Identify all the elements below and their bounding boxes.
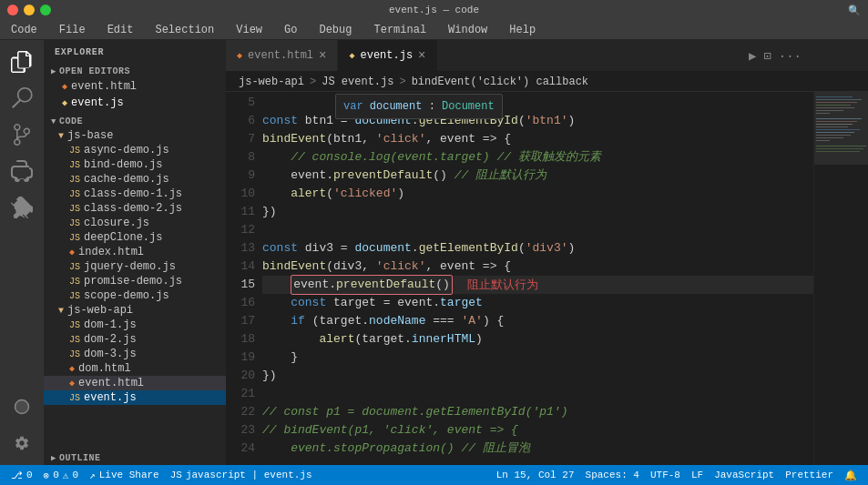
- status-live-share[interactable]: ↗ Live Share: [86, 470, 163, 481]
- breadcrumb-part1[interactable]: js-web-api: [239, 76, 304, 88]
- settings-activity-icon[interactable]: [7, 429, 36, 458]
- tree-file-dom-1[interactable]: JS dom-1.js: [44, 318, 226, 332]
- tree-file-async-demo[interactable]: JS async-demo.js: [44, 143, 226, 157]
- code-line-20: }): [262, 367, 813, 385]
- folder-open-icon: ▼: [58, 306, 64, 316]
- js-icon: JS: [69, 189, 80, 199]
- breadcrumb-part3[interactable]: bindEvent('click') callback: [412, 76, 588, 88]
- status-errors[interactable]: ⊗ 0 ⚠ 0: [40, 470, 82, 481]
- tab-close-js[interactable]: ×: [418, 49, 425, 62]
- js-icon: JS: [69, 277, 80, 287]
- status-language[interactable]: JavaScript: [710, 470, 778, 480]
- remote-icon[interactable]: [7, 392, 36, 421]
- js-icon: JS: [69, 335, 80, 345]
- tab-close-html[interactable]: ×: [319, 49, 326, 62]
- tree-file-deepclone[interactable]: JS deepClone.js: [44, 230, 226, 245]
- breadcrumb-part2[interactable]: JS event.js: [322, 76, 393, 88]
- menu-window[interactable]: Window: [444, 22, 491, 38]
- tree-file-scope-demo[interactable]: JS scope-demo.js: [44, 288, 226, 303]
- tree-file-cache-demo[interactable]: JS cache-demo.js: [44, 172, 226, 187]
- outline-chevron: ▶: [51, 453, 56, 463]
- debug-activity-icon[interactable]: [7, 157, 36, 186]
- title-bar-icons: 🔍: [848, 5, 861, 16]
- more-actions-button[interactable]: ···: [779, 49, 802, 64]
- tree-file-bind-demo[interactable]: JS bind-demo.js: [44, 157, 226, 172]
- breadcrumb-sep1: >: [310, 76, 316, 88]
- close-window-btn[interactable]: [7, 5, 18, 15]
- tab-event-html[interactable]: ◆ event.html ×: [226, 40, 338, 71]
- code-content[interactable]: var document : Document const btn1 = doc…: [262, 92, 813, 465]
- tree-file-dom-html[interactable]: ◆ dom.html: [44, 361, 226, 376]
- js-icon: JS: [69, 349, 80, 359]
- tree-file-dom-2[interactable]: JS dom-2.js: [44, 332, 226, 347]
- tree-file-promise-demo[interactable]: JS promise-demo.js: [44, 274, 226, 288]
- menu-file[interactable]: File: [56, 22, 89, 38]
- status-position[interactable]: Ln 15, Col 27: [493, 470, 578, 480]
- tree-file-dom-3[interactable]: JS dom-3.js: [44, 347, 226, 361]
- tree-file-event-html[interactable]: ◆ event.html: [44, 376, 226, 390]
- tooltip-box: var document : Document: [335, 94, 503, 119]
- status-file-info[interactable]: JS javascript | event.js: [167, 470, 316, 480]
- js-icon: JS: [69, 393, 80, 403]
- menu-bar: Code File Edit Selection View Go Debug T…: [0, 20, 868, 40]
- status-notification-icon[interactable]: 🔔: [841, 470, 861, 481]
- search-activity-icon[interactable]: [7, 84, 36, 113]
- ln-9: 9: [226, 167, 255, 185]
- ln-23: 23: [226, 421, 255, 440]
- tree-file-closure[interactable]: JS closure.js: [44, 216, 226, 230]
- explorer-activity-icon[interactable]: [7, 47, 36, 76]
- status-spaces[interactable]: Spaces: 4: [582, 470, 643, 480]
- ln-5: 5: [226, 94, 255, 112]
- menu-selection[interactable]: Selection: [151, 22, 218, 38]
- git-activity-icon[interactable]: [7, 120, 36, 149]
- ln-19: 19: [226, 349, 255, 367]
- status-line-ending[interactable]: LF: [688, 470, 707, 480]
- tree-file-class-demo-2[interactable]: JS class-demo-2.js: [44, 201, 226, 216]
- menu-debug[interactable]: Debug: [315, 22, 355, 38]
- menu-terminal[interactable]: Terminal: [370, 22, 430, 38]
- status-encoding[interactable]: UTF-8: [647, 470, 684, 480]
- error-icon: ⊗: [44, 470, 50, 481]
- outline-header[interactable]: ▶ OUTLINE: [44, 451, 226, 465]
- menu-view[interactable]: View: [232, 22, 266, 38]
- code-editor[interactable]: 5 6 7 8 9 10 11 12 13 14 15 16 17 18 19 …: [226, 92, 868, 465]
- activity-bar: [0, 40, 44, 465]
- minimize-window-btn[interactable]: [24, 5, 35, 15]
- explorer-header[interactable]: EXPLORER: [44, 40, 226, 61]
- js-status-icon: JS: [170, 470, 182, 480]
- maximize-window-btn[interactable]: [40, 5, 51, 15]
- code-line-16: const target = event.target: [262, 294, 813, 312]
- status-git-branch[interactable]: ⎇ 0: [7, 470, 36, 481]
- code-line-22: // const p1 = document.getElementById('p…: [262, 403, 813, 421]
- ln-14: 14: [226, 258, 255, 276]
- open-editor-event-html[interactable]: ◆ event.html: [44, 78, 226, 95]
- tabs-bar: ◆ event.html × ◆ event.js × ▶ ⊡ ···: [226, 40, 868, 72]
- code-folder-header[interactable]: ▼ CODE: [44, 115, 226, 128]
- code-line-23: // bindEvent(p1, 'click', event => {: [262, 421, 813, 440]
- tree-file-jquery-demo[interactable]: JS jquery-demo.js: [44, 259, 226, 274]
- tree-file-event-js[interactable]: JS event.js: [44, 390, 226, 405]
- ln-7: 7: [226, 130, 255, 148]
- tree-file-class-demo-1[interactable]: JS class-demo-1.js: [44, 187, 226, 201]
- extensions-activity-icon[interactable]: [7, 193, 36, 222]
- code-line-12: [262, 221, 813, 239]
- tree-folder-js-web-api[interactable]: ▼ js-web-api: [44, 303, 226, 318]
- tree-file-index-html[interactable]: ◆ index.html: [44, 245, 226, 259]
- menu-code[interactable]: Code: [7, 22, 41, 38]
- main-content: EXPLORER ▶ OPEN EDITORS ◆ event.html ◆ e…: [0, 40, 868, 465]
- split-editor-button[interactable]: ⊡: [763, 48, 771, 64]
- code-chevron: ▼: [51, 117, 56, 126]
- open-editors-header[interactable]: ▶ OPEN EDITORS: [44, 65, 226, 78]
- tree-folder-js-base[interactable]: ▼ js-base: [44, 128, 226, 143]
- tab-event-js[interactable]: ◆ event.js ×: [338, 40, 437, 71]
- code-line-9: event.preventDefault() // 阻止默认行为: [262, 167, 813, 185]
- folder-icon: ▼: [58, 131, 64, 141]
- status-formatter[interactable]: Prettier: [781, 470, 837, 480]
- run-button[interactable]: ▶: [749, 48, 756, 64]
- menu-edit[interactable]: Edit: [104, 22, 138, 38]
- html-file-icon: ◆: [62, 81, 67, 92]
- menu-go[interactable]: Go: [281, 22, 301, 38]
- title-bar: event.js — code 🔍: [0, 0, 868, 20]
- open-editor-event-js[interactable]: ◆ event.js: [44, 95, 226, 111]
- menu-help[interactable]: Help: [505, 22, 539, 38]
